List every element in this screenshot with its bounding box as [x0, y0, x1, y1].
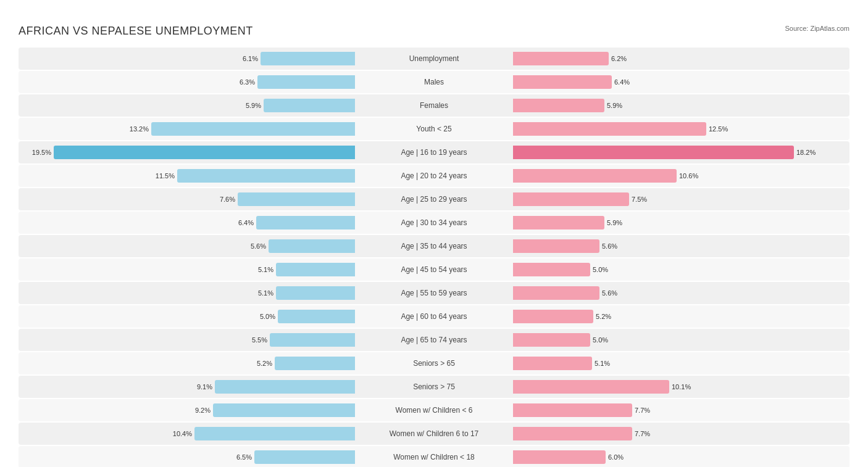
center-label-5: Age | 20 to 24 years: [360, 172, 508, 180]
right-label-0: 6.2%: [611, 55, 627, 62]
row-inner-11: 5.0% Age | 60 to 64 years 5.2%: [19, 305, 849, 328]
chart-source: Source: ZipAtlas.com: [785, 25, 849, 32]
bar-african-3: [151, 122, 355, 136]
bar-nepalese-2: [513, 99, 604, 112]
left-label-2: 5.9%: [246, 102, 261, 109]
right-section-4: 18.2%: [508, 141, 849, 163]
bar-african-0: [261, 52, 355, 65]
bar-nepalese-10: [513, 286, 599, 300]
row-inner-0: 6.1% Unemployment 6.2%: [19, 48, 849, 70]
left-section-9: 5.1%: [19, 258, 360, 281]
right-label-3: 12.5%: [709, 125, 728, 133]
right-section-8: 5.6%: [508, 235, 849, 257]
center-label-16: Women w/ Children 6 to 17: [360, 429, 508, 438]
center-label-11: Age | 60 to 64 years: [360, 312, 508, 321]
bar-row: 13.2% Youth < 25 12.5%: [19, 118, 849, 140]
center-label-14: Seniors > 75: [360, 382, 508, 391]
right-section-7: 5.9%: [508, 212, 849, 234]
left-label-12: 5.5%: [252, 336, 267, 344]
bar-row: 9.1% Seniors > 75 10.1%: [19, 376, 849, 398]
right-label-1: 6.4%: [614, 78, 630, 86]
left-label-5: 11.5%: [156, 172, 175, 180]
left-section-16: 10.4%: [19, 423, 360, 445]
bar-row: 5.1% Age | 55 to 59 years 5.6%: [19, 282, 849, 304]
left-label-4: 19.5%: [32, 149, 51, 156]
bar-african-7: [256, 216, 355, 229]
bar-row: 11.5% Age | 20 to 24 years 10.6%: [19, 165, 849, 187]
bar-african-11: [278, 310, 355, 323]
left-label-9: 5.1%: [258, 266, 273, 273]
left-label-6: 7.6%: [220, 196, 235, 203]
row-inner-8: 5.6% Age | 35 to 44 years 5.6%: [19, 235, 849, 257]
right-section-16: 7.7%: [508, 423, 849, 445]
bar-african-2: [264, 99, 355, 112]
bar-row: 6.4% Age | 30 to 34 years 5.9%: [19, 212, 849, 234]
left-label-15: 9.2%: [195, 407, 211, 414]
bar-african-15: [213, 403, 355, 417]
row-inner-15: 9.2% Women w/ Children < 6 7.7%: [19, 399, 849, 421]
bar-african-12: [270, 333, 355, 347]
right-section-2: 5.9%: [508, 94, 849, 117]
bar-african-1: [257, 75, 355, 89]
right-label-8: 5.6%: [602, 242, 617, 250]
left-label-14: 9.1%: [197, 383, 212, 391]
row-inner-3: 13.2% Youth < 25 12.5%: [19, 118, 849, 140]
left-section-11: 5.0%: [19, 305, 360, 328]
left-section-10: 5.1%: [19, 282, 360, 304]
center-label-0: Unemployment: [360, 54, 508, 63]
right-label-4: 18.2%: [796, 149, 816, 156]
right-label-6: 7.5%: [632, 196, 647, 203]
bar-african-6: [238, 192, 355, 206]
right-label-11: 5.2%: [596, 313, 611, 320]
right-label-13: 5.1%: [595, 360, 610, 367]
bar-row: 7.6% Age | 25 to 29 years 7.5%: [19, 188, 849, 210]
bar-nepalese-5: [513, 169, 677, 183]
left-section-3: 13.2%: [19, 118, 360, 140]
bar-nepalese-8: [513, 239, 599, 253]
bar-nepalese-14: [513, 380, 669, 394]
row-inner-5: 11.5% Age | 20 to 24 years 10.6%: [19, 165, 849, 187]
center-label-4: Age | 16 to 19 years: [360, 148, 508, 157]
row-inner-9: 5.1% Age | 45 to 54 years 5.0%: [19, 258, 849, 281]
right-section-10: 5.6%: [508, 282, 849, 304]
center-label-10: Age | 55 to 59 years: [360, 289, 508, 297]
left-label-17: 6.5%: [236, 453, 252, 461]
center-label-15: Women w/ Children < 6: [360, 406, 508, 415]
bar-african-5: [177, 169, 355, 183]
bar-african-13: [275, 357, 355, 370]
left-label-0: 6.1%: [243, 55, 258, 62]
bar-row: 5.0% Age | 60 to 64 years 5.2%: [19, 305, 849, 328]
right-section-15: 7.7%: [508, 399, 849, 421]
right-section-0: 6.2%: [508, 48, 849, 70]
center-label-6: Age | 25 to 29 years: [360, 195, 508, 204]
bar-nepalese-13: [513, 357, 592, 370]
center-label-13: Seniors > 65: [360, 359, 508, 368]
left-section-7: 6.4%: [19, 212, 360, 234]
bar-african-8: [269, 239, 355, 253]
row-inner-13: 5.2% Seniors > 65 5.1%: [19, 352, 849, 374]
bar-row: 5.2% Seniors > 65 5.1%: [19, 352, 849, 374]
bar-african-16: [194, 427, 355, 440]
bar-nepalese-16: [513, 427, 632, 440]
chart-container: AFRICAN VS NEPALESE UNEMPLOYMENT Source:…: [12, 12, 856, 467]
bar-nepalese-12: [513, 333, 590, 347]
right-section-9: 5.0%: [508, 258, 849, 281]
left-label-8: 5.6%: [251, 242, 266, 250]
right-section-12: 5.0%: [508, 329, 849, 351]
left-section-5: 11.5%: [19, 165, 360, 187]
bar-nepalese-17: [513, 450, 606, 464]
bar-row: 6.1% Unemployment 6.2%: [19, 48, 849, 70]
right-section-13: 5.1%: [508, 352, 849, 374]
center-label-1: Males: [360, 78, 508, 86]
right-section-3: 12.5%: [508, 118, 849, 140]
left-section-6: 7.6%: [19, 188, 360, 210]
left-section-0: 6.1%: [19, 48, 360, 70]
bar-african-10: [276, 286, 355, 300]
left-section-4: 19.5%: [19, 141, 360, 163]
right-section-5: 10.6%: [508, 165, 849, 187]
center-label-2: Females: [360, 101, 508, 110]
row-inner-14: 9.1% Seniors > 75 10.1%: [19, 376, 849, 398]
row-inner-7: 6.4% Age | 30 to 34 years 5.9%: [19, 212, 849, 234]
left-section-1: 6.3%: [19, 71, 360, 93]
bar-african-9: [276, 263, 355, 276]
